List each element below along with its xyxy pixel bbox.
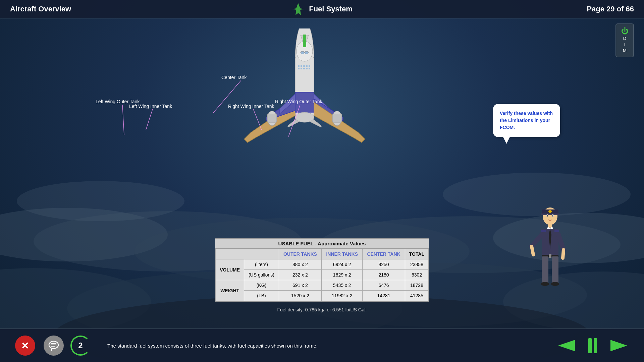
svg-marker-12 xyxy=(292,3,304,15)
unit-kg: (KG) xyxy=(244,280,279,291)
unit-lb: (LB) xyxy=(244,291,279,301)
svg-rect-34 xyxy=(298,65,300,67)
airplane-icon xyxy=(291,2,305,16)
bottom-bar: × 2 The standard fuel system consists of… xyxy=(0,328,644,362)
nav-back-button[interactable] xyxy=(555,337,578,355)
svg-text:Left Wing Outer Tank: Left Wing Outer Tank xyxy=(96,99,140,104)
page-title: Fuel System xyxy=(309,5,353,13)
power-icon: ⏻ xyxy=(616,27,633,36)
svg-line-72 xyxy=(532,246,533,255)
svg-line-71 xyxy=(532,235,542,246)
bottom-nav xyxy=(555,337,631,355)
character-pilot xyxy=(523,206,577,300)
nav-pause-button[interactable] xyxy=(588,338,597,353)
svg-line-73 xyxy=(558,235,564,250)
svg-point-16 xyxy=(301,51,305,54)
svg-rect-38 xyxy=(309,65,310,67)
svg-line-74 xyxy=(563,250,564,258)
header-right: Page 29 of 66 xyxy=(353,5,634,13)
close-button[interactable]: × xyxy=(13,334,37,357)
table-header-row: OUTER TANKS INNER TANKS CENTER TANK TOTA… xyxy=(216,249,429,259)
svg-rect-19 xyxy=(303,35,306,47)
unit-liters: (liters) xyxy=(244,259,279,270)
th-outer-tanks: OUTER TANKS xyxy=(279,249,322,259)
speech-bubble: Verify these values with the Limitations… xyxy=(493,104,560,137)
header-left: Aircraft Overview xyxy=(10,5,291,13)
svg-rect-42 xyxy=(306,68,308,69)
svg-line-80 xyxy=(51,349,52,351)
svg-marker-85 xyxy=(610,340,627,351)
svg-rect-35 xyxy=(301,65,302,67)
header-center: Fuel System xyxy=(291,2,353,16)
svg-marker-84 xyxy=(558,340,575,351)
th-total: TOTAL xyxy=(405,249,428,259)
speech-bubble-text: Verify these values with the Limitations… xyxy=(500,111,553,130)
svg-rect-37 xyxy=(306,65,308,67)
svg-point-33 xyxy=(295,112,314,122)
aircraft-diagram xyxy=(217,28,392,156)
svg-point-78 xyxy=(552,215,553,217)
svg-rect-39 xyxy=(298,68,300,69)
dim-label: DIM xyxy=(616,36,633,54)
unit-gallons: (US gallons) xyxy=(244,270,279,280)
outer-kg: 691 x 2 xyxy=(279,280,322,291)
numbered-button[interactable]: 2 xyxy=(70,336,91,356)
svg-rect-28 xyxy=(267,114,277,122)
center-lb: 14281 xyxy=(363,291,405,301)
page-number: Page 29 of 66 xyxy=(587,5,634,13)
table-row: (US gallons) 232 x 2 1829 x 2 2180 6302 xyxy=(216,270,429,280)
breadcrumb-aircraft-overview: Aircraft Overview xyxy=(10,5,71,13)
header: Aircraft Overview Fuel System Page 29 of… xyxy=(0,0,644,18)
svg-line-46 xyxy=(122,105,124,135)
volume-label: VOLUME xyxy=(216,259,244,280)
close-x-icon: × xyxy=(15,336,35,356)
svg-rect-40 xyxy=(301,68,302,69)
th-center-tank: CENTER TANK xyxy=(363,249,405,259)
svg-rect-30 xyxy=(332,114,342,122)
svg-point-17 xyxy=(305,51,309,54)
svg-point-69 xyxy=(541,282,549,286)
svg-rect-43 xyxy=(309,68,310,69)
svg-point-57 xyxy=(548,210,552,213)
center-kg: 6476 xyxy=(363,280,405,291)
fuel-density-note: Fuel density: 0.785 kg/l or 6.551 lb/US … xyxy=(277,307,367,312)
svg-rect-23 xyxy=(295,92,314,112)
dim-button[interactable]: ⏻ DIM xyxy=(615,23,634,57)
svg-point-70 xyxy=(551,282,559,286)
nav-forward-button[interactable] xyxy=(607,337,631,355)
th-inner-tanks: INNER TANKS xyxy=(322,249,363,259)
number-label: 2 xyxy=(78,341,83,350)
table-row: WEIGHT (KG) 691 x 2 5435 x 2 6476 18728 xyxy=(216,280,429,291)
table-row: (LB) 1520 x 2 11982 x 2 14281 41285 xyxy=(216,291,429,301)
inner-kg: 5435 x 2 xyxy=(322,280,363,291)
total-lb: 41285 xyxy=(405,291,428,301)
inner-gallons: 1829 x 2 xyxy=(322,270,363,280)
center-liters: 8250 xyxy=(363,259,405,270)
bottom-text: The standard fuel system consists of thr… xyxy=(101,343,545,349)
back-arrow-icon xyxy=(555,337,578,355)
svg-rect-68 xyxy=(552,256,558,283)
chat-icon xyxy=(48,340,59,351)
total-gallons: 6302 xyxy=(405,270,428,280)
weight-label: WEIGHT xyxy=(216,280,244,301)
chat-button[interactable] xyxy=(44,336,64,356)
inner-lb: 11982 x 2 xyxy=(322,291,363,301)
outer-gallons: 232 x 2 xyxy=(279,270,322,280)
svg-rect-64 xyxy=(554,230,559,232)
pause-bar-2 xyxy=(594,338,597,353)
svg-rect-56 xyxy=(541,214,559,215)
total-kg: 18728 xyxy=(405,280,428,291)
svg-rect-63 xyxy=(541,230,546,232)
inner-liters: 6924 x 2 xyxy=(322,259,363,270)
table-row: VOLUME (liters) 880 x 2 6924 x 2 8250 23… xyxy=(216,259,429,270)
svg-line-48 xyxy=(146,109,153,130)
center-gallons: 2180 xyxy=(363,270,405,280)
pause-bar-1 xyxy=(588,338,592,353)
fuel-table: OUTER TANKS INNER TANKS CENTER TANK TOTA… xyxy=(215,249,429,301)
svg-rect-67 xyxy=(542,256,548,283)
svg-text:Left Wing Inner Tank: Left Wing Inner Tank xyxy=(129,104,172,109)
th-empty xyxy=(216,249,279,259)
svg-rect-66 xyxy=(549,254,551,258)
total-liters: 23858 xyxy=(405,259,428,270)
outer-lb: 1520 x 2 xyxy=(279,291,322,301)
